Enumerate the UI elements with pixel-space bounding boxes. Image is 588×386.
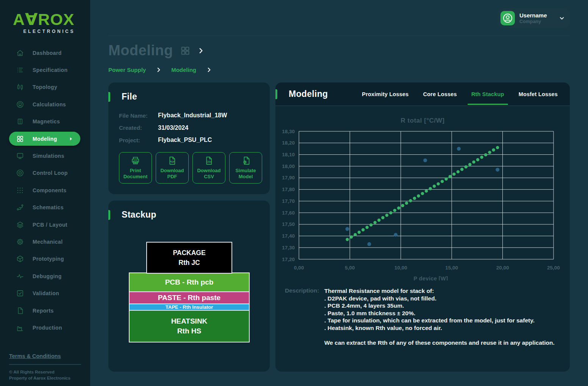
sidebar-item-label: Debugging <box>33 273 62 279</box>
simulate-model-button[interactable]: Simulate Model <box>229 152 262 184</box>
file-field-created: Created:31/03/2024 <box>119 122 270 134</box>
sidebar-item-calculations[interactable]: Calculations <box>0 96 90 113</box>
svg-text:PDF: PDF <box>170 160 175 163</box>
sidebar-item-debugging[interactable]: Debugging <box>0 268 90 285</box>
chevron-down-icon <box>558 15 565 22</box>
sidebar-item-pcb-layout[interactable]: PCB / Layout <box>0 216 90 233</box>
arrow-right-icon <box>68 136 74 142</box>
sidebar-item-production[interactable]: Production <box>0 319 90 336</box>
user-icon <box>502 12 513 24</box>
left-column: File File Name:Flyback_Industrial_18WCre… <box>108 82 270 372</box>
accent-bar <box>108 92 110 102</box>
tab-mosfet-losses[interactable]: Mosfet Losses <box>519 91 558 97</box>
user-menu[interactable]: Username Company <box>498 8 570 28</box>
sidebar-item-label: Dashboard <box>33 50 62 56</box>
sidebar-item-schematics[interactable]: Schematics <box>0 199 90 216</box>
sidebar-item-label: PCB / Layout <box>33 222 67 228</box>
action-button-label: Download PDF <box>160 168 184 180</box>
svg-text:17,70: 17,70 <box>282 198 295 204</box>
file-card-title-row: File <box>108 82 270 102</box>
cube-icon <box>16 255 24 263</box>
record-icon <box>16 169 24 177</box>
svg-text:17,90: 17,90 <box>282 175 295 181</box>
sidebar-item-magnetics[interactable]: Magnetics <box>0 113 90 130</box>
stackup-package-box: PACKAGE Rth JC <box>146 242 232 274</box>
pdf-file-icon: PDF <box>167 156 177 166</box>
main-content: Username Company Modeling Power Supply M… <box>90 0 588 386</box>
tab-rth-stackup[interactable]: Rth Stackup <box>471 91 504 97</box>
sidebar-item-label: Topology <box>33 84 57 90</box>
layers-icon <box>16 221 24 229</box>
grid-icon <box>16 135 24 143</box>
terms-and-conditions-link[interactable]: Terms & Conditions <box>9 353 81 359</box>
modeling-tabs: Proximity LossesCore LossesRth StackupMo… <box>362 82 558 106</box>
svg-text:17,40: 17,40 <box>282 233 295 239</box>
tab-core-losses[interactable]: Core Losses <box>423 91 457 97</box>
sidebar-item-simulations[interactable]: Simulations <box>0 147 90 164</box>
sidebar-item-components[interactable]: Components <box>0 182 90 199</box>
home-icon <box>16 49 24 57</box>
stackup-layer-heatsink: HEATSINK Rth HS <box>129 310 250 342</box>
field-value: 31/03/2024 <box>158 125 188 131</box>
svg-text:10,00: 10,00 <box>394 265 407 271</box>
sidebar-item-modeling[interactable]: Modeling <box>0 130 90 147</box>
svg-text:5,00: 5,00 <box>345 265 355 271</box>
file-fields: File Name:Flyback_Industrial_18WCreated:… <box>119 109 270 146</box>
topbar: Username Company <box>108 0 570 36</box>
sidebar-footer-divider <box>9 364 81 365</box>
tab-proximity-losses[interactable]: Proximity Losses <box>362 91 408 97</box>
user-meta: Username Company <box>519 12 558 24</box>
stackup-layers: PCB - Rth pcbPASTE - Rth pasteTAPE - Rth… <box>129 272 250 342</box>
copyright-line: Property of Aarox Electronics <box>9 375 81 381</box>
sidebar-item-label: Prototyping <box>33 256 64 262</box>
svg-text:P device [W]: P device [W] <box>414 275 448 280</box>
file-card: File File Name:Flyback_Industrial_18WCre… <box>108 82 270 194</box>
download-csv-button[interactable]: CSVDownload CSV <box>192 152 225 184</box>
sidebar-item-topology[interactable]: Topology <box>0 79 90 96</box>
breadcrumb-modeling[interactable]: Modeling <box>171 67 196 73</box>
user-company: Company <box>519 19 558 24</box>
grid-icon <box>180 45 191 56</box>
topology-icon <box>16 83 24 91</box>
user-avatar <box>500 11 515 25</box>
sidebar-item-prototyping[interactable]: Prototyping <box>0 251 90 268</box>
svg-text:17,30: 17,30 <box>282 245 295 251</box>
chevron-right-icon <box>156 67 161 73</box>
download-pdf-button[interactable]: PDFDownload PDF <box>156 152 189 184</box>
action-button-label: Print Document <box>124 168 148 180</box>
svg-text:17,60: 17,60 <box>282 210 295 216</box>
svg-text:CSV: CSV <box>206 160 212 163</box>
file-field-file-name: File Name:Flyback_Industrial_18W <box>119 109 270 122</box>
dots-grid-icon <box>16 186 24 195</box>
chevron-right-icon[interactable] <box>197 47 204 54</box>
breadcrumb-power-supply[interactable]: Power Supply <box>108 67 146 73</box>
stackup-card-title-row: Stackup <box>108 201 270 220</box>
sidebar-item-mechanical[interactable]: Mechanical <box>0 233 90 250</box>
sidebar-item-label: Validation <box>33 290 59 296</box>
sidebar-item-dashboard[interactable]: Dashboard <box>0 44 90 61</box>
sidebar-item-validation[interactable]: Validation <box>0 285 90 302</box>
modeling-card-title: Modeling <box>289 89 328 99</box>
accent-bar <box>275 89 277 99</box>
file-actions: Print DocumentPDFDownload PDFCSVDownload… <box>119 152 270 184</box>
check-square-icon <box>16 289 24 297</box>
rth-stackup-chart: 17,2017,3017,4017,5017,6017,7017,8017,90… <box>275 126 569 280</box>
field-label: Created: <box>119 125 158 131</box>
chevron-right-icon <box>206 67 212 73</box>
accent-bar <box>108 210 110 220</box>
sidebar-item-reports[interactable]: Reports <box>0 302 90 319</box>
sidebar-item-specification[interactable]: Specification <box>0 61 90 78</box>
svg-text:15,00: 15,00 <box>445 265 458 271</box>
stackup-layer-paste-rth-paste: PASTE - Rth paste <box>129 291 250 304</box>
description-text: Thermal Resistance model for stack of: .… <box>324 287 558 346</box>
svg-text:17,80: 17,80 <box>282 187 295 192</box>
modeling-card: Modeling Proximity LossesCore LossesRth … <box>275 82 570 372</box>
brand-logo-subtext: ELECTRONICS <box>13 29 75 34</box>
sidebar-item-label: Specification <box>33 67 67 73</box>
sidebar-item-label: Magnetics <box>33 118 60 125</box>
sidebar-item-label: Control Loop <box>33 170 68 176</box>
sidebar-item-control-loop[interactable]: Control Loop <box>0 165 90 182</box>
modeling-card-header: Modeling Proximity LossesCore LossesRth … <box>275 82 570 106</box>
file-field-project: Project:Flyback_PSU_PLC <box>119 134 270 146</box>
print-document-button[interactable]: Print Document <box>119 152 152 184</box>
